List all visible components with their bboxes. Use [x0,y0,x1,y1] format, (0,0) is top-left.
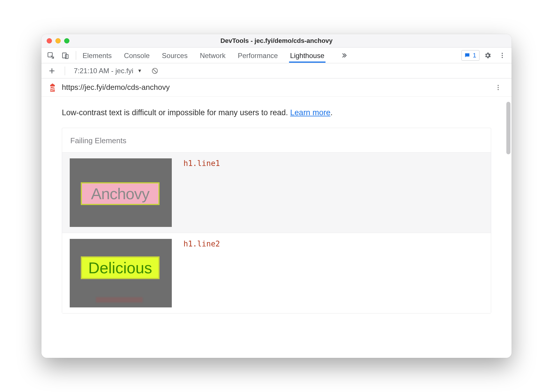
more-tabs-icon[interactable] [338,49,351,62]
svg-point-4 [502,55,503,56]
thumb-blur-artifact [96,297,143,302]
report-select[interactable]: 7:21:10 AM - jec.fyi ▼ [71,67,144,75]
feedback-count: 1 [473,52,476,59]
tab-lighthouse[interactable]: Lighthouse [289,48,326,63]
device-toolbar-icon[interactable] [59,49,72,62]
report-url: https://jec.fyi/demo/cds-anchovy [62,83,170,92]
separator [65,66,65,75]
audit-description-text: Low-contrast text is difficult or imposs… [62,108,290,117]
learn-more-link[interactable]: Learn more [290,108,330,117]
scrollbar-thumb[interactable] [506,102,510,154]
clear-report-icon[interactable] [148,64,161,77]
audit-description: Low-contrast text is difficult or imposs… [62,108,491,117]
chevron-down-icon: ▼ [137,68,142,74]
svg-point-7 [498,85,499,86]
thumb-highlight-anchovy: Anchovy [81,182,160,205]
failing-element-row[interactable]: Anchovy h1.line1 [62,152,491,233]
svg-point-3 [502,53,503,54]
tab-elements[interactable]: Elements [81,48,113,63]
tab-console[interactable]: Console [123,48,151,63]
lighthouse-toolbar: 7:21:10 AM - jec.fyi ▼ [41,63,512,78]
devtools-tabbar: Elements Console Sources Network Perform… [41,48,512,63]
kebab-menu-icon[interactable] [496,49,509,62]
feedback-button[interactable]: 1 [461,50,480,61]
panel-tabs: Elements Console Sources Network Perform… [81,48,351,63]
report-content: Low-contrast text is difficult or imposs… [41,97,512,358]
window-title: DevTools - jec.fyi/demo/cds-anchovy [41,37,512,45]
period: . [330,108,333,117]
tab-network[interactable]: Network [199,48,227,63]
failing-elements-card: Failing Elements Anchovy h1.line1 Delici… [62,128,491,314]
svg-point-5 [502,57,503,58]
svg-rect-1 [62,53,66,58]
element-selector: h1.line2 [183,239,220,248]
tab-sources[interactable]: Sources [161,48,189,63]
report-menu-icon[interactable] [492,81,505,94]
thumb-highlight-delicious: Delicious [81,256,160,279]
svg-point-9 [498,89,499,90]
element-thumbnail: Anchovy [70,158,172,227]
separator [76,51,76,60]
element-thumbnail: Delicious [70,239,172,307]
devtools-window: DevTools - jec.fyi/demo/cds-anchovy Elem… [41,34,512,358]
inspect-element-icon[interactable] [44,49,57,62]
element-selector: h1.line1 [183,158,220,168]
report-header: https://jec.fyi/demo/cds-anchovy [41,78,512,97]
settings-icon[interactable] [481,49,494,62]
window-titlebar: DevTools - jec.fyi/demo/cds-anchovy [41,34,512,48]
lighthouse-icon [48,83,57,92]
svg-point-8 [498,87,499,88]
failing-elements-header: Failing Elements [62,128,491,152]
tab-performance[interactable]: Performance [237,48,279,63]
new-report-icon[interactable] [46,64,58,77]
failing-element-row[interactable]: Delicious h1.line2 [62,233,491,313]
report-select-label: 7:21:10 AM - jec.fyi [74,67,133,75]
